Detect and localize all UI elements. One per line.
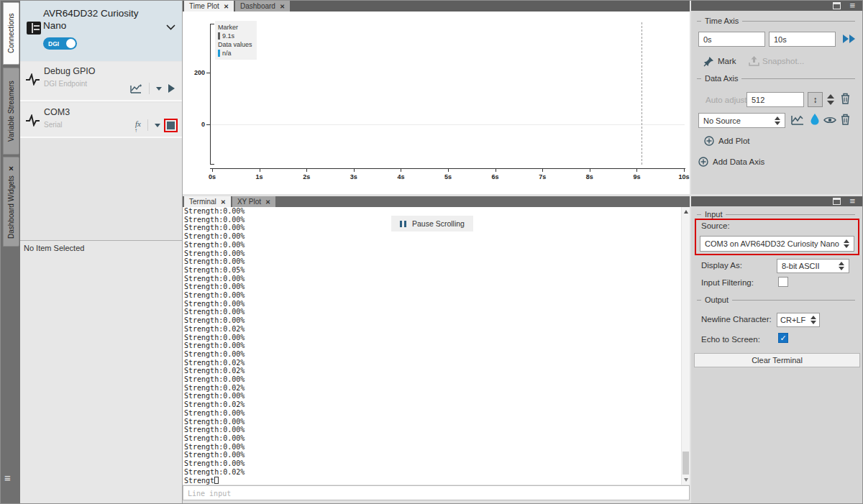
stop-icon-highlighted[interactable] [167, 122, 175, 129]
window-icon[interactable] [833, 2, 841, 9]
fast-forward-icon[interactable] [843, 35, 855, 43]
add-data-axis-button[interactable]: Add Data Axis [698, 157, 764, 167]
visibility-eye-icon[interactable] [823, 116, 836, 124]
device-card[interactable]: AVR64DD32 Curiosity Nano DGI [20, 1, 182, 61]
play-icon[interactable] [168, 84, 175, 93]
terminal-line: Strength:0.00% [184, 300, 245, 308]
display-as-select[interactable]: 8-bit ASCII [777, 259, 849, 273]
window-icon[interactable] [833, 198, 841, 205]
close-icon[interactable]: ✕ [265, 198, 270, 206]
stream-row-com3[interactable]: COM3 Serial fx↑ [20, 103, 182, 138]
side-tab-strip: Connections Variable Streamers Dashboard… [1, 1, 20, 503]
line-plot-icon[interactable] [791, 115, 804, 126]
tab-terminal[interactable]: Terminal ✕ [184, 196, 231, 207]
terminal-output-area[interactable]: Strength:0.00%Strength:0.00%Strength:0.0… [183, 207, 690, 485]
axis-spinner[interactable] [827, 94, 834, 105]
marker-line[interactable] [641, 22, 642, 165]
tab-xy-plot[interactable]: XY Plot ✕ [232, 196, 275, 207]
add-plot-button[interactable]: Add Plot [704, 136, 749, 146]
pause-scrolling-button[interactable]: Pause Scrolling [391, 216, 473, 232]
sidebar-tab-connections[interactable]: Connections [3, 2, 19, 65]
menu-icon[interactable]: ≡ [849, 198, 855, 205]
detail-pane: No Item Selected [20, 240, 182, 503]
terminal-line: Strength:0.02% [184, 384, 245, 393]
terminal-line: Strength:0.00% [184, 224, 245, 232]
scroll-up-icon[interactable] [684, 210, 688, 214]
color-droplet-icon[interactable] [811, 114, 819, 125]
clear-terminal-button[interactable]: Clear Terminal [694, 353, 860, 367]
stream-subtitle: Serial [44, 121, 63, 129]
board-icon [26, 20, 42, 36]
zero-gridline [211, 124, 685, 125]
newline-character-label: Newline Character: [701, 315, 772, 324]
terminal-line: Strength:0.00% [184, 275, 245, 283]
stream-row-debug-gpio[interactable]: Debug GPIO DGI Endpoint [20, 62, 182, 101]
scroll-down-icon[interactable] [684, 478, 688, 482]
mark-button[interactable]: Mark [718, 57, 736, 65]
plus-circle-icon [698, 157, 708, 167]
terminal-line: Strength:0.02% [184, 400, 245, 409]
auto-adjust-label: Auto adjust [706, 96, 747, 104]
add-to-plot-icon[interactable] [130, 83, 142, 94]
fit-axis-button[interactable]: ↕ [808, 92, 823, 107]
echo-checkbox[interactable]: ✓ [778, 333, 788, 343]
time-plot-canvas[interactable]: Marker 9.1s Data values n/a 200 0 0s1s2s… [183, 12, 690, 194]
tab-time-plot[interactable]: Time Plot ✕ [184, 1, 234, 12]
line-input-field[interactable] [183, 487, 689, 500]
terminal-line: Strength:0.00% [184, 459, 245, 468]
select-spinner-icon [811, 316, 816, 324]
y-axis [210, 24, 211, 165]
time-start-input[interactable] [698, 32, 765, 47]
sidebar-menu-icon[interactable]: ≡ [4, 473, 17, 483]
divider [147, 119, 148, 131]
source-label: Source: [701, 221, 730, 230]
input-filtering-checkbox[interactable] [778, 277, 788, 287]
terminal-line: Strength:0.00% [184, 291, 245, 300]
dgi-toggle[interactable]: DGI [43, 37, 77, 50]
plot-legend: Marker 9.1s Data values n/a [215, 21, 257, 60]
stream-title: Debug GPIO [44, 66, 96, 76]
echo-to-screen-label: Echo to Screen: [701, 335, 760, 344]
x-axis-ticks: 0s1s2s3s4s5s6s7s8s9s10s [212, 168, 684, 181]
sidebar-tab-label: Dashboard Widgets [7, 175, 15, 239]
close-icon[interactable]: ✕ [224, 3, 229, 10]
terminal-line: Strength:0.00% [184, 418, 245, 426]
sidebar-tab-label: Variable Streamers [7, 81, 15, 142]
time-axis-header: Time Axis [697, 17, 855, 25]
axis-range-input[interactable] [746, 92, 804, 107]
terminal-line: Strength:0.00% [184, 434, 245, 443]
scrollbar-thumb[interactable] [682, 452, 689, 475]
chevron-down-icon[interactable] [156, 87, 162, 91]
mark-pin-icon[interactable] [703, 56, 714, 67]
chevron-down-icon[interactable] [155, 124, 160, 127]
y-tick [206, 124, 210, 125]
right-settings-panel: ≡ Time Axis Mark Snapshot... Data Axis A… [690, 1, 862, 503]
terminal-line: Strength:0.00% [184, 375, 245, 384]
stream-title: COM3 [44, 107, 70, 117]
data-swatch [218, 50, 220, 57]
newline-select[interactable]: CR+LF [777, 313, 820, 327]
close-icon[interactable]: ✕ [280, 3, 285, 10]
legend-data-label: Data values [218, 40, 254, 49]
waveform-icon [26, 114, 40, 127]
chevron-down-icon[interactable] [166, 24, 175, 30]
terminal-line: Strength:0.00% [184, 207, 245, 216]
terminal-line: Strength:0.00% [184, 241, 245, 249]
plus-circle-icon [704, 136, 714, 146]
terminal-source-select[interactable]: COM3 on AVR64DD32 Curiosity Nano [700, 236, 854, 252]
terminal-scrollbar[interactable] [681, 207, 690, 485]
fx-variable-icon[interactable]: fx↑ [135, 119, 141, 131]
close-icon[interactable]: ✕ [8, 165, 15, 172]
close-icon[interactable]: ✕ [221, 198, 226, 206]
plot-source-select[interactable]: No Source [698, 113, 785, 128]
sidebar-tab-dashboard-widgets[interactable]: Dashboard Widgets ✕ [3, 157, 19, 247]
delete-plot-icon[interactable] [840, 113, 851, 126]
time-end-input[interactable] [769, 32, 836, 47]
snapshot-button[interactable]: Snapshot... [762, 57, 804, 65]
terminal-line: Strength:0.02% [184, 359, 245, 367]
tab-dashboard[interactable]: Dashboard ✕ [235, 1, 290, 12]
sidebar-tab-variable-streamers[interactable]: Variable Streamers [3, 68, 19, 155]
delete-axis-icon[interactable] [840, 92, 851, 105]
menu-icon[interactable]: ≡ [849, 2, 855, 9]
select-spinner-icon [775, 116, 780, 125]
